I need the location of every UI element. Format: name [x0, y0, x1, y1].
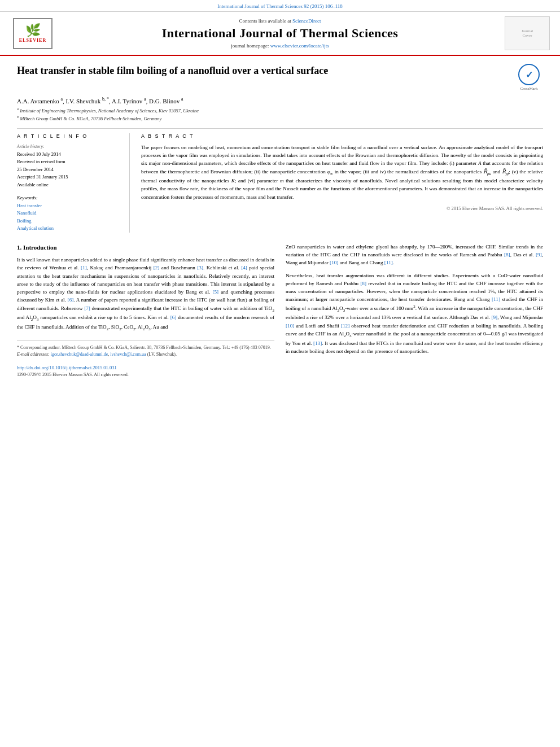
crossmark-badge[interactable]: ✓ CrossMark [515, 64, 543, 91]
copyright-line: © 2015 Elsevier Masson SAS. All rights r… [141, 206, 543, 211]
cover-label: JournalCover [522, 29, 533, 38]
email-link-2[interactable]: ivshevch@i.com.ua [110, 352, 146, 357]
accepted-date: Accepted 31 January 2015 [17, 173, 121, 181]
ref-6[interactable]: [6] [68, 297, 74, 303]
body-right-para2: Nevertheless, heat transfer augmentation… [286, 272, 543, 355]
rights-line: 1290-0729/© 2015 Elsevier Masson SAS. Al… [17, 372, 274, 378]
ref-8b[interactable]: [8] [360, 281, 366, 286]
received-revised-label: Received in revised form [17, 158, 121, 166]
footnote-star: * Corresponding author. MBtech Group Gmb… [17, 344, 274, 352]
elsevier-logo-box: 🌿 ELSEVIER [13, 18, 53, 49]
divider [17, 128, 543, 129]
journal-title: International Journal of Thermal Science… [55, 26, 505, 41]
sciencedirect-link[interactable]: ScienceDirect [292, 18, 321, 24]
article-info-abstract-section: A R T I C L E I N F O Article history: R… [17, 133, 543, 233]
ref-1[interactable]: [1] [81, 265, 87, 270]
journal-citation-bar: International Journal of Thermal Science… [0, 0, 560, 12]
journal-header: 🌿 ELSEVIER Contents lists available at S… [0, 12, 560, 56]
journal-citation-text: International Journal of Thermal Science… [217, 3, 343, 9]
article-info-col: A R T I C L E I N F O Article history: R… [17, 133, 130, 233]
ref-6b[interactable]: [6] [170, 314, 177, 320]
ref-8a[interactable]: [8] [504, 252, 510, 257]
ref-9a[interactable]: [9] [536, 252, 542, 257]
author3: A.I. Tyrinov a, [112, 98, 147, 104]
keyword-4[interactable]: Analytical solution [17, 225, 121, 233]
author4: D.G. Blinov a [149, 98, 183, 104]
keyword-1[interactable]: Heat transfer [17, 202, 121, 210]
body-section: 1. Introduction It is well known that na… [17, 243, 543, 379]
author1: A.A. Avramenko a, [17, 98, 64, 104]
ref-10a[interactable]: [10] [330, 260, 338, 265]
article-history-label: Article history: [17, 143, 121, 151]
received-revised-date: 25 December 2014 [17, 166, 121, 174]
tree-icon: 🌿 [25, 24, 41, 37]
ref-10b[interactable]: [10] [286, 323, 294, 329]
article-history: Article history: Received 10 July 2014 R… [17, 143, 121, 189]
crossmark-label: CrossMark [520, 86, 537, 91]
received-date: Received 10 July 2014 [17, 151, 121, 159]
elsevier-logo: 🌿 ELSEVIER [10, 18, 55, 49]
elsevier-label: ELSEVIER [19, 38, 46, 43]
ref-9b[interactable]: [9] [491, 314, 497, 320]
keywords-label: Keywords: [17, 195, 121, 200]
keywords-section: Keywords: Heat transfer Nanofluid Boilin… [17, 195, 121, 233]
footnote-email-label: E-mail addresses: [17, 352, 50, 357]
homepage-link[interactable]: www.elsevier.com/locate/ijts [270, 43, 329, 49]
footnote-email: E-mail addresses: igor.shevchuk@daad-alu… [17, 351, 274, 359]
article-info-heading: A R T I C L E I N F O [17, 133, 121, 139]
ref-11a[interactable]: [11] [384, 260, 393, 265]
homepage-text: journal homepage: [231, 43, 270, 49]
section1-title: 1. Introduction [17, 243, 274, 252]
crossmark-icon[interactable]: ✓ [518, 64, 540, 85]
affiliation-b: b MBtech Group GmbH & Co. KGaA, 70736 Fe… [17, 116, 161, 121]
affiliation-a: a Institute of Engineering Thermophysics… [17, 108, 199, 113]
ref-3[interactable]: [3] [197, 265, 203, 270]
body-left-para1: It is well known that nanoparticles adde… [17, 256, 274, 333]
homepage-line: journal homepage: www.elsevier.com/locat… [55, 43, 505, 49]
abstract-col: A B S T R A C T The paper focuses on mod… [141, 133, 543, 233]
abstract-heading: A B S T R A C T [141, 133, 543, 139]
ref-12[interactable]: [12] [341, 323, 349, 329]
author2: I.V. Shevchuk b, *, [65, 98, 110, 104]
abstract-text: The paper focuses on modeling of heat, m… [141, 143, 543, 201]
body-left-col: 1. Introduction It is well known that na… [17, 243, 274, 379]
doi-line[interactable]: http://dx.doi.org/10.1016/j.ijthermalsci… [17, 364, 274, 372]
ref-5[interactable]: [5] [212, 289, 218, 295]
body-right-col: ZnO nanoparticles in water and ethylene … [286, 243, 543, 379]
keyword-2[interactable]: Nanofluid [17, 209, 121, 217]
ref-13[interactable]: [13] [313, 340, 322, 346]
doi-link[interactable]: http://dx.doi.org/10.1016/j.ijthermalsci… [17, 365, 117, 370]
keyword-3[interactable]: Boiling [17, 217, 121, 225]
ref-11b[interactable]: [11] [492, 296, 500, 302]
journal-header-center: Contents lists available at ScienceDirec… [55, 18, 505, 49]
contents-text: Contents lists available at [239, 18, 292, 24]
journal-cover-image: JournalCover [505, 16, 550, 50]
body-right-para1: ZnO nanoparticles in water and ethylene … [286, 243, 543, 267]
available-online: Available online [17, 181, 121, 189]
ref-2[interactable]: [2] [154, 265, 160, 270]
authors-line: A.A. Avramenko a, I.V. Shevchuk b, *, A.… [17, 97, 543, 104]
footnote-section: * Corresponding author. MBtech Group Gmb… [17, 340, 274, 359]
email-link-1[interactable]: igor.shevchuk@daad-alumni.de [51, 352, 108, 357]
affiliations: a Institute of Engineering Thermophysics… [17, 107, 543, 123]
main-content: Heat transfer in stable film boiling of … [0, 56, 560, 387]
footnote-initials: (I.V. Shevchuk). [147, 352, 177, 357]
contents-line: Contents lists available at ScienceDirec… [55, 18, 505, 24]
ref-7[interactable]: [7] [84, 305, 90, 311]
article-title-section: Heat transfer in stable film boiling of … [17, 64, 543, 91]
ref-4[interactable]: [4] [241, 265, 247, 270]
article-title: Heat transfer in stable film boiling of … [17, 64, 328, 77]
